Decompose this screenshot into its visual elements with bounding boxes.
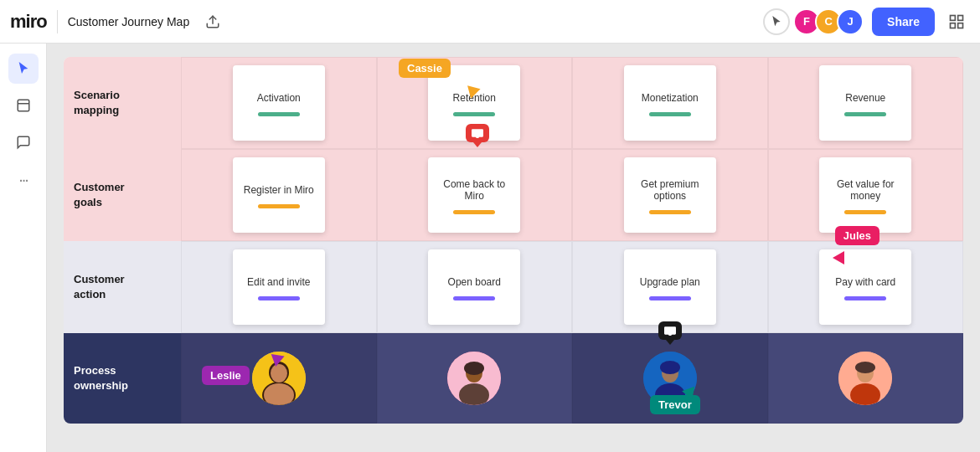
goals-cell-3: Get premium options xyxy=(572,149,768,241)
process-cell-4 xyxy=(768,333,964,424)
bar-open xyxy=(453,296,495,300)
sticky-activation[interactable]: Activation xyxy=(233,65,325,141)
chat-bubble-retention[interactable] xyxy=(466,124,489,142)
more-tools[interactable]: ··· xyxy=(8,164,39,194)
scenario-label: Scenariomapping xyxy=(64,57,181,149)
sticky-open[interactable]: Open board xyxy=(428,249,520,325)
jules-cursor: Jules xyxy=(835,226,879,245)
bar-premium xyxy=(649,210,691,214)
board-title: Customer Journey Map xyxy=(68,15,190,28)
scenario-cell-4: Revenue xyxy=(768,57,964,149)
header-right: F C J Share xyxy=(763,8,970,36)
header-divider xyxy=(57,10,58,33)
action-cell-3: Upgrade plan xyxy=(572,241,768,333)
bar-revenue xyxy=(844,112,886,116)
bar-value xyxy=(844,210,886,214)
logo: miro xyxy=(10,11,47,33)
avatar-group: F C J xyxy=(763,8,864,35)
menu-button[interactable] xyxy=(943,8,970,35)
canvas: ··· Cassie Jules Leslie Trevor Scenariom… xyxy=(0,44,980,452)
svg-point-10 xyxy=(271,364,287,383)
action-cell-2: Open board xyxy=(377,241,573,333)
bar-upgrade xyxy=(649,296,691,300)
sticky-monetization[interactable]: Monetization xyxy=(624,65,716,141)
svg-rect-4 xyxy=(958,23,963,28)
sticky-comeback[interactable]: Come back to Miro xyxy=(428,157,520,233)
upload-button[interactable] xyxy=(199,8,226,35)
bar-activation xyxy=(258,112,300,116)
sticky-revenue[interactable]: Revenue xyxy=(819,65,911,141)
board: Cassie Jules Leslie Trevor Scenariomappi… xyxy=(47,44,980,452)
avatar-person-2 xyxy=(447,352,501,405)
leslie-cursor: Leslie xyxy=(202,366,250,385)
scenario-row: Scenariomapping Activation Retention M xyxy=(64,57,963,149)
action-cell-4: Pay with card xyxy=(768,241,964,333)
action-label: Customeraction xyxy=(64,241,181,333)
process-row: Processownership xyxy=(64,333,963,424)
cursor-tool[interactable] xyxy=(8,54,39,84)
sticky-edit[interactable]: Edit and invite xyxy=(233,249,325,325)
svg-point-15 xyxy=(464,362,484,375)
scenario-cell-3: Monetization xyxy=(572,57,768,149)
sticky-value[interactable]: Get value for money xyxy=(819,157,911,233)
svg-rect-1 xyxy=(951,15,956,20)
sticky-note-tool[interactable] xyxy=(8,90,39,121)
process-cell-2 xyxy=(377,333,573,424)
header: miro Customer Journey Map F C J Share xyxy=(0,0,980,44)
avatar-person-4 xyxy=(838,352,892,405)
svg-rect-2 xyxy=(958,15,963,20)
comment-tool[interactable] xyxy=(8,127,39,157)
sticky-register[interactable]: Register in Miro xyxy=(233,157,325,233)
goals-cell-1: Register in Miro xyxy=(181,149,377,241)
goals-row: Customergoals Register in Miro Come back… xyxy=(64,149,963,241)
bar-register xyxy=(258,204,300,208)
sticky-upgrade[interactable]: Upgrade plan xyxy=(624,249,716,325)
share-button[interactable]: Share xyxy=(872,8,935,36)
board-grid: Scenariomapping Activation Retention M xyxy=(64,57,963,424)
toolbar: ··· xyxy=(0,44,47,452)
bar-edit xyxy=(258,296,300,300)
goals-label: Customergoals xyxy=(64,149,181,241)
bar-pay xyxy=(844,296,886,300)
goals-cell-2: Come back to Miro xyxy=(377,149,573,241)
chat-bubble-upgrade[interactable] xyxy=(658,321,682,340)
svg-point-19 xyxy=(660,361,680,374)
bar-retention xyxy=(453,112,495,116)
avatar-3: J xyxy=(837,8,864,35)
svg-rect-5 xyxy=(18,100,29,111)
jules-arrow xyxy=(833,251,844,265)
action-cell-1: Edit and invite xyxy=(181,241,377,333)
action-row: Customeraction Edit and invite Open boar… xyxy=(64,241,963,333)
bar-monetization xyxy=(649,112,691,116)
sticky-premium[interactable]: Get premium options xyxy=(624,157,716,233)
cassie-cursor: Cassie xyxy=(399,59,451,78)
cursor-avatar xyxy=(763,8,790,35)
svg-point-23 xyxy=(855,362,875,373)
bar-comeback xyxy=(453,210,495,214)
process-label: Processownership xyxy=(64,333,181,424)
svg-rect-3 xyxy=(951,23,956,28)
scenario-cell-1: Activation xyxy=(181,57,377,149)
